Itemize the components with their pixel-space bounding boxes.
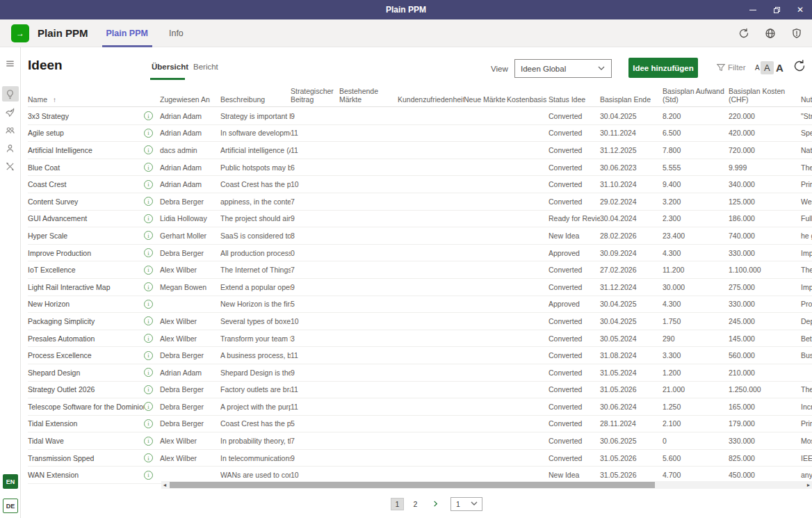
column-header-basisplan-kosten[interactable]: Basisplan Kosten (CHF) [729,87,801,104]
table-row[interactable]: Strategy Outlet 2026 i Debra Berger Fact… [28,382,812,399]
table-row[interactable]: Tidal Wave i Alex Wilber In probability … [28,432,812,450]
cell-status: Converted [549,266,600,274]
font-size-large-button[interactable]: A [773,61,786,74]
view-dropdown[interactable]: Ideen Global [514,59,612,78]
sidebar-item-settings[interactable] [2,159,19,174]
column-header-kostenbasis[interactable]: Kostenbasis [507,95,549,104]
table-row[interactable]: Blue Coat i Adrian Adam Public hotspots … [28,159,812,177]
cell-baseline-end: 30.04.2025 [600,317,663,325]
close-button[interactable]: ✕ [788,0,812,19]
info-icon[interactable]: i [144,214,153,223]
sidebar-menu-button[interactable] [2,56,19,71]
horizontal-scrollbar[interactable]: ◄ ► [161,481,812,489]
column-header-basisplan-ende[interactable]: Basisplan Ende [600,95,663,104]
table-row[interactable]: Presales Automation i Alex Wilber Transf… [28,330,812,348]
page-button-1[interactable]: 1 [391,498,404,510]
column-header-neue-maerkte[interactable]: Neue Märkte [464,95,507,104]
shield-icon[interactable] [790,27,802,39]
info-icon[interactable]: i [144,316,153,325]
table-row[interactable]: Artificial Intelligence i dacs admin Art… [28,142,812,159]
table-row[interactable]: Content Survey i Debra Berger appiness, … [28,193,812,211]
info-icon[interactable]: i [144,231,153,240]
add-idea-button[interactable]: Idee hinzufügen [628,58,698,78]
info-icon[interactable]: i [144,282,153,291]
page-select-dropdown[interactable]: 1 [450,497,482,511]
info-icon[interactable]: i [144,266,153,275]
table-row[interactable]: Coast Crest i Adrian Adam Coast Crest ha… [28,176,812,193]
table-row[interactable]: IoT Excellence i Alex Wilber The Interne… [28,261,812,279]
active-tab-underline [150,78,185,80]
page-button-2[interactable]: 2 [409,498,422,510]
table-row[interactable]: Agile setup i Adrian Adam In software de… [28,125,812,143]
info-icon[interactable]: i [144,334,153,343]
table-row[interactable]: GUI Advancement i Lidia Holloway The pro… [28,211,812,228]
cell-assigned-to: Alex Wilber [160,317,220,325]
globe-icon[interactable] [764,27,776,39]
language-button-de[interactable]: DE [3,499,18,513]
column-header-status-idee[interactable]: Status Idee [549,95,600,104]
info-icon[interactable]: i [144,419,153,428]
scrollbar-thumb[interactable] [170,482,655,488]
info-icon[interactable]: i [144,180,153,189]
info-icon[interactable]: i [144,437,153,446]
info-icon[interactable]: i [144,402,153,411]
info-icon[interactable]: i [144,163,153,172]
cell-benefit: he gr [801,232,812,240]
tab-bericht[interactable]: Bericht [193,63,218,71]
cell-status: Converted [549,369,600,377]
info-icon[interactable]: i [144,351,153,360]
column-header-beschreibung[interactable]: Beschreibung [220,95,291,104]
info-icon[interactable]: i [144,471,153,480]
info-icon[interactable]: i [144,145,153,154]
info-icon[interactable]: i [144,300,153,309]
cell-info: i [144,385,160,394]
info-icon[interactable]: i [144,111,153,120]
cell-baseline-effort: 290 [663,334,729,343]
info-icon[interactable]: i [144,248,153,257]
sidebar-item-user[interactable] [2,140,19,156]
info-icon[interactable]: i [144,453,153,462]
table-row[interactable]: Packaging Simplicity i Alex Wilber Sever… [28,313,812,330]
table-refresh-button[interactable] [793,59,806,73]
table-row[interactable]: New Horizon i New Horizon is the first .… [28,296,812,314]
table-row[interactable]: Telescope Software for the Dominion i De… [28,398,812,416]
tab-uebersicht[interactable]: Übersicht [152,63,188,71]
column-header-basisplan-aufwand[interactable]: Basisplan Aufwand (Std) [663,87,729,104]
filter-button[interactable]: Filter [716,63,746,72]
column-header-zugewiesen-an[interactable]: Zugewiesen An [160,95,220,104]
cell-baseline-cost: 9.999 [729,163,801,172]
refresh-icon[interactable] [738,27,749,39]
cell-baseline-effort: 1.250 [663,403,729,411]
table-row[interactable]: Shepard Design i Adrian Adam Shepard Des… [28,364,812,382]
table-row[interactable]: 3x3 Strategy i Adrian Adam Strategy is i… [28,108,812,125]
next-page-button[interactable] [432,498,439,510]
sidebar-item-projects[interactable] [2,104,19,120]
table-row[interactable]: Tidal Extension i Debra Berger Coast Cre… [28,416,812,433]
table-row[interactable]: Transmission Spped i Alex Wilber In tele… [28,450,812,467]
scroll-left-icon[interactable]: ◄ [161,483,168,487]
app-tab-plain-ppm[interactable]: Plain PPM [104,19,151,47]
table-row[interactable]: Improve Production i Debra Berger All pr… [28,245,812,262]
column-header-kundenzufriedenheit[interactable]: Kundenzufriedenheit [398,95,464,104]
font-size-medium-button[interactable]: A [761,61,774,74]
column-header-nutzen[interactable]: Nutzen [801,95,812,104]
restore-button[interactable] [765,0,788,19]
scroll-right-icon[interactable]: ► [805,483,812,487]
column-header-strategischer-beitrag[interactable]: Strategischer Beitrag [291,87,339,104]
sidebar-item-teams[interactable] [2,122,19,138]
minimize-button[interactable] [741,0,765,19]
table-row[interactable]: Process Excellence i Debra Berger A busi… [28,347,812,364]
column-header-bestehende-maerkte[interactable]: Bestehende Märkte [339,87,398,104]
info-icon[interactable]: i [144,197,153,206]
filter-label: Filter [728,63,746,72]
info-icon[interactable]: i [144,385,153,394]
column-header-name[interactable]: Name↑ [28,95,144,104]
sidebar-item-ideen[interactable] [2,86,19,102]
cell-baseline-end: 30.06.2024 [600,403,663,411]
info-icon[interactable]: i [144,368,153,377]
language-button-en[interactable]: EN [3,474,18,489]
info-icon[interactable]: i [144,129,153,138]
table-row[interactable]: Hyper Scale i Gerhart Moller SaaS is con… [28,227,812,245]
table-row[interactable]: Light Rail Interactive Map i Megan Bowen… [28,279,812,296]
app-tab-info[interactable]: Info [166,19,186,47]
